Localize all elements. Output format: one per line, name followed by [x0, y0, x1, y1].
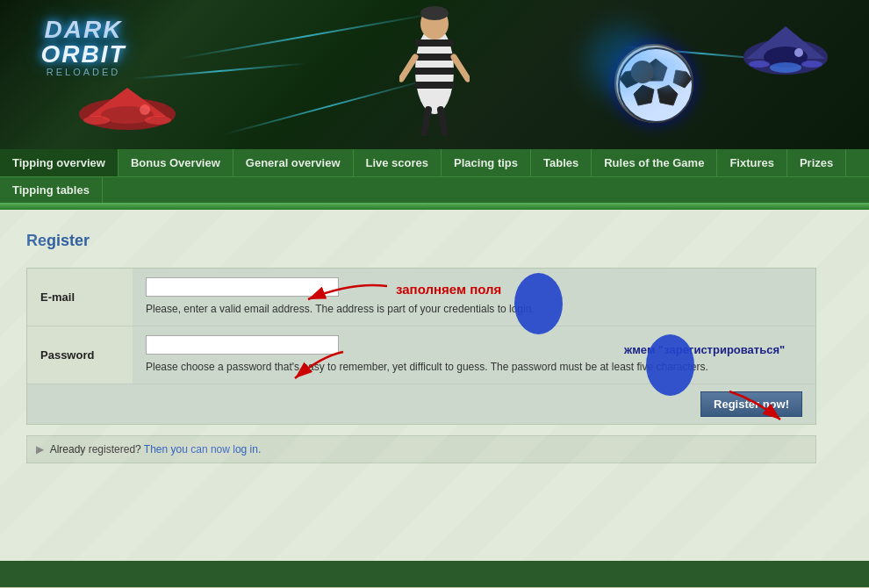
main-content: Register E-mail Please, enter a valid em… [0, 210, 869, 561]
streak-2 [132, 62, 306, 79]
email-description: Please, enter a valid email address. The… [146, 302, 802, 317]
red-arrow-1 [291, 273, 396, 326]
svg-rect-3 [415, 68, 454, 75]
password-field-cell: Please choose a password that's easy to … [133, 326, 815, 384]
svg-point-28 [794, 48, 803, 57]
password-row: Password Please choose a password that's… [27, 326, 815, 384]
svg-point-30 [801, 61, 822, 68]
nav-tipping-tables[interactable]: Tipping tables [0, 177, 103, 203]
referee-figure [399, 4, 470, 136]
svg-point-31 [770, 62, 801, 73]
svg-line-7 [401, 57, 415, 79]
logo: DARK ORBIT RELOADED [26, 18, 140, 88]
logo-dark: DARK [26, 18, 140, 42]
email-field-cell: Please, enter a valid email address. The… [133, 269, 815, 326]
glow-1 [588, 26, 658, 97]
svg-point-16 [145, 116, 171, 125]
register-form: E-mail Please, enter a valid email addre… [26, 268, 816, 425]
svg-rect-1 [415, 39, 454, 47]
ship-left [70, 83, 184, 136]
nav-item-placing-tips[interactable]: Placing tips [442, 149, 531, 176]
svg-point-29 [749, 61, 770, 68]
svg-rect-2 [415, 54, 454, 61]
red-arrow-3 [721, 383, 791, 431]
nav-top: Tipping overviewBonus OverviewGeneral ov… [0, 149, 869, 176]
nav-item-prizes[interactable]: Prizes [787, 149, 846, 176]
nav-item-general-overview[interactable]: General overview [233, 149, 354, 176]
already-registered-text: Already registered? [50, 443, 141, 455]
svg-point-14 [140, 104, 150, 115]
footer [0, 561, 869, 587]
svg-line-10 [441, 110, 445, 134]
email-label: E-mail [27, 269, 133, 326]
svg-line-9 [424, 110, 428, 134]
login-link[interactable]: Then you can now log in. [144, 443, 261, 455]
page-title: Register [26, 232, 843, 250]
ship-right [737, 22, 834, 83]
password-label: Password [27, 326, 133, 384]
button-row: Register now! [27, 384, 815, 424]
svg-line-8 [454, 57, 468, 79]
svg-point-6 [420, 6, 449, 20]
already-registered-bar: ▶ Already registered? Then you can now l… [26, 435, 816, 463]
nav-item-fixtures[interactable]: Fixtures [717, 149, 787, 176]
logo-reloaded: RELOADED [26, 67, 140, 77]
email-row: E-mail Please, enter a valid email addre… [27, 269, 815, 326]
nav-bottom: Tipping tables [0, 176, 869, 203]
nav-item-live-scores[interactable]: Live scores [354, 149, 442, 176]
red-arrow-2 [282, 343, 352, 391]
nav-item-tables[interactable]: Tables [531, 149, 592, 176]
arrow-icon-small: ▶ [36, 443, 44, 455]
logo-orbit: ORBIT [26, 42, 140, 67]
nav-item-bonus-overview[interactable]: Bonus Overview [118, 149, 233, 176]
divider [0, 203, 869, 210]
streak-1 [177, 12, 437, 60]
nav-item-tipping-overview[interactable]: Tipping overview [0, 149, 118, 176]
header-banner: DARK ORBIT RELOADED [0, 0, 869, 149]
nav-bar: Tipping overviewBonus OverviewGeneral ov… [0, 149, 869, 203]
password-description: Please choose a password that's easy to … [146, 360, 802, 375]
nav-item-rules-of-the-game[interactable]: Rules of the Game [592, 149, 717, 176]
svg-rect-4 [415, 82, 454, 89]
svg-point-15 [83, 116, 110, 125]
